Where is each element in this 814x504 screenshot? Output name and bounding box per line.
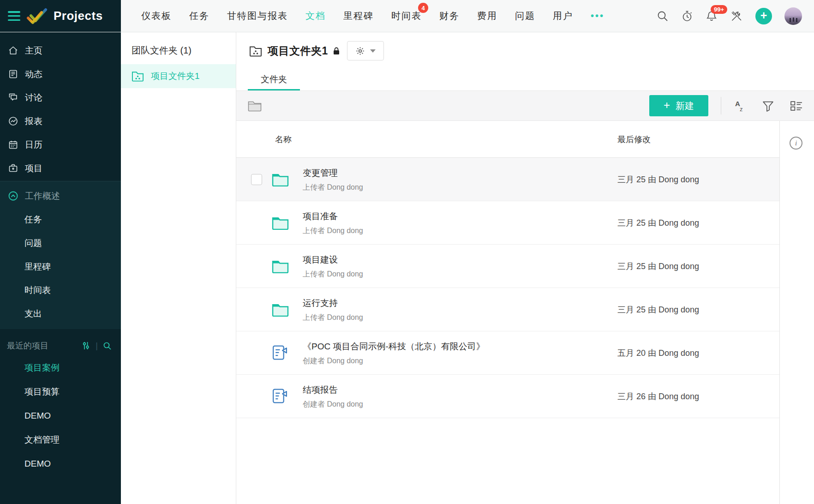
info-icon[interactable]: i <box>790 137 802 150</box>
team-folder-icon <box>132 71 144 82</box>
sidebar-item-milestones[interactable]: 里程碑 <box>0 255 121 278</box>
feed-icon <box>8 69 18 79</box>
item-modified-date: 三月 25 由 Dong dong <box>617 304 699 315</box>
folder-icon <box>272 172 289 186</box>
brand-area: Projects <box>0 0 121 32</box>
table-row[interactable]: 《POC 项目合同示例-科技（北京）有限公司》创建者 Dong dong 五月 … <box>236 331 779 375</box>
folder-tree-item-selected[interactable]: 项目文件夹1 <box>121 64 236 88</box>
table-row[interactable]: 运行支持上传者 Dong dong 三月 25 由 Dong dong <box>236 288 779 331</box>
sort-az-icon[interactable]: Az <box>734 100 746 112</box>
chevron-up-circle-icon <box>8 191 18 201</box>
top-navigation: 仪表板 任务 甘特图与报表 文档 里程碑 时间表 4 财务 费用 问题 用户 •… <box>121 0 657 32</box>
gear-icon <box>355 46 365 56</box>
filter-icon[interactable] <box>762 100 774 112</box>
document-icon <box>272 388 288 405</box>
tools-icon[interactable] <box>730 10 743 23</box>
recent-project-item[interactable]: 文档管理 <box>0 428 121 452</box>
view-layout-icon[interactable] <box>790 100 803 112</box>
work-overview-section: 工作概述 任务 问题 里程碑 时间表 支出 <box>0 181 121 329</box>
sidebar-item-expenses[interactable]: 支出 <box>0 302 121 325</box>
nav-timesheet[interactable]: 时间表 4 <box>391 10 422 22</box>
item-name[interactable]: 运行支持 <box>303 297 363 309</box>
nav-milestones[interactable]: 里程碑 <box>343 10 374 22</box>
projects-icon <box>8 163 18 174</box>
projects-logo-icon <box>26 7 48 25</box>
item-subtext: 上传者 Dong dong <box>303 182 363 192</box>
hamburger-menu-icon[interactable] <box>8 11 20 21</box>
project-search-icon[interactable] <box>103 342 112 350</box>
calendar-icon <box>8 139 18 150</box>
sidebar-item-projects[interactable]: 项目 <box>0 156 121 180</box>
table-row[interactable]: 项目准备上传者 Dong dong 三月 25 由 Dong dong <box>236 201 779 245</box>
recent-project-item[interactable]: 项目预算 <box>0 380 121 404</box>
item-name[interactable]: 《POC 项目合同示例-科技（北京）有限公司》 <box>303 340 485 352</box>
table-header-row: 名称 最后修改 <box>236 121 779 158</box>
folder-icon <box>272 259 289 273</box>
folder-icon <box>272 216 289 230</box>
item-name[interactable]: 结项报告 <box>303 384 363 396</box>
sidebar-item-tasks[interactable]: 任务 <box>0 208 121 231</box>
item-subtext: 上传者 Dong dong <box>303 226 363 235</box>
sidebar-item-issues[interactable]: 问题 <box>0 231 121 255</box>
sidebar-item-feed[interactable]: 动态 <box>0 62 121 86</box>
table-row[interactable]: 结项报告创建者 Dong dong 三月 26 由 Dong dong <box>236 375 779 418</box>
sidebar-item-calendar[interactable]: 日历 <box>0 133 121 156</box>
team-folders-panel: 团队文件夹 (1) 项目文件夹1 <box>121 32 236 504</box>
discussion-icon <box>8 92 18 103</box>
nav-gantt-reports[interactable]: 甘特图与报表 <box>227 10 288 22</box>
item-name[interactable]: 变更管理 <box>303 167 363 179</box>
notifications-bell-icon[interactable]: 99+ <box>706 10 718 22</box>
sidebar-item-discussions[interactable]: 讨论 <box>0 86 121 109</box>
nav-issues[interactable]: 问题 <box>515 10 535 22</box>
column-header-modified[interactable]: 最后修改 <box>617 134 651 145</box>
sidebar-item-work-overview[interactable]: 工作概述 <box>0 184 121 208</box>
recent-project-item[interactable]: DEMO <box>0 404 121 428</box>
item-subtext: 上传者 Dong dong <box>303 312 363 322</box>
item-name[interactable]: 项目准备 <box>303 210 363 222</box>
user-avatar[interactable] <box>784 7 802 25</box>
table-row[interactable]: 变更管理上传者 Dong dong 三月 25 由 Dong dong <box>236 158 779 201</box>
timer-icon[interactable] <box>681 10 693 22</box>
reports-icon <box>8 116 18 126</box>
nav-more-icon[interactable]: ••• <box>591 11 605 21</box>
documents-toolbar: + 新建 Az <box>236 90 814 121</box>
add-new-button[interactable]: + <box>755 8 772 24</box>
nav-expenses[interactable]: 费用 <box>477 10 497 22</box>
sidebar-item-reports[interactable]: 报表 <box>0 109 121 133</box>
item-modified-date: 三月 25 由 Dong dong <box>617 217 699 228</box>
folder-icon <box>272 302 289 317</box>
sidebar-item-timesheet[interactable]: 时间表 <box>0 278 121 302</box>
main-content: 项目文件夹1 文件夹 + 新建 Az <box>236 32 814 504</box>
search-icon[interactable] <box>657 10 669 22</box>
item-subtext: 创建者 Dong dong <box>303 356 485 366</box>
team-folder-icon <box>249 45 262 57</box>
nav-documents[interactable]: 文档 <box>305 10 326 22</box>
item-name[interactable]: 项目建设 <box>303 253 363 265</box>
sidebar-item-home[interactable]: 主页 <box>0 39 121 62</box>
nav-dashboard[interactable]: 仪表板 <box>141 10 172 22</box>
nav-users[interactable]: 用户 <box>553 10 573 22</box>
sliders-icon[interactable] <box>81 341 90 350</box>
tab-folders[interactable]: 文件夹 <box>248 69 300 90</box>
recent-project-item[interactable]: 项目案例 <box>0 356 121 380</box>
item-subtext: 上传者 Dong dong <box>303 269 363 279</box>
row-checkbox[interactable] <box>251 174 262 185</box>
page-title: 项目文件夹1 <box>268 44 328 58</box>
home-icon <box>8 45 18 56</box>
column-header-name[interactable]: 名称 <box>275 134 292 145</box>
folder-settings-button[interactable] <box>347 41 384 60</box>
folder-title-bar: 项目文件夹1 <box>236 32 814 69</box>
folder-view-icon[interactable] <box>248 100 262 112</box>
item-modified-date: 三月 25 由 Dong dong <box>617 174 699 185</box>
toolbar-divider <box>721 97 721 114</box>
nav-tasks[interactable]: 任务 <box>189 10 209 22</box>
new-button[interactable]: + 新建 <box>649 95 708 116</box>
top-bar: Projects 仪表板 任务 甘特图与报表 文档 里程碑 时间表 4 财务 费… <box>0 0 814 32</box>
app-window: Projects 仪表板 任务 甘特图与报表 文档 里程碑 时间表 4 财务 费… <box>0 0 814 504</box>
table-row[interactable]: 项目建设上传者 Dong dong 三月 25 由 Dong dong <box>236 245 779 288</box>
item-subtext: 创建者 Dong dong <box>303 399 363 409</box>
recent-project-item[interactable]: DEMO <box>0 452 121 476</box>
team-folders-header: 团队文件夹 (1) <box>121 32 236 57</box>
item-modified-date: 五月 20 由 Dong dong <box>617 348 699 359</box>
nav-finance[interactable]: 财务 <box>439 10 460 22</box>
